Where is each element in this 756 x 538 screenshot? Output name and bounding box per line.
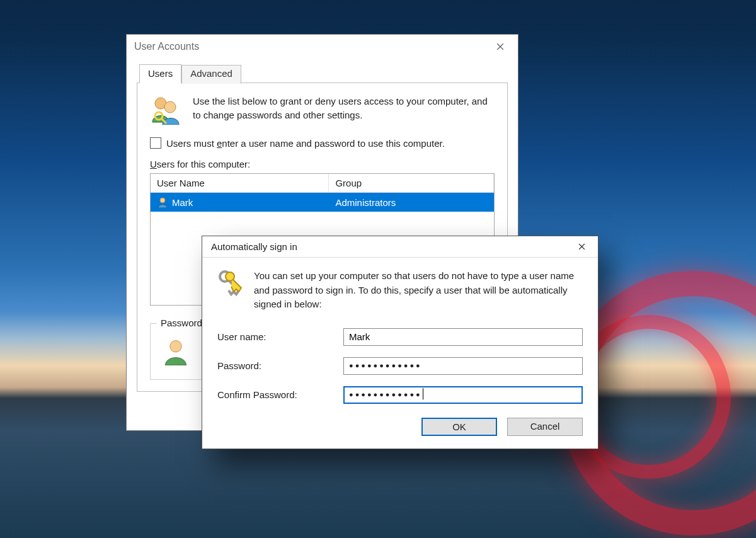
- auto-close-button[interactable]: [569, 238, 594, 256]
- row-group: Administrators: [329, 195, 494, 210]
- username-input[interactable]: [343, 328, 583, 346]
- must-enter-checkbox[interactable]: [150, 137, 161, 149]
- tabstrip: Users Advanced: [139, 64, 508, 83]
- user-large-icon: [162, 338, 190, 365]
- username-label: User name:: [217, 331, 337, 342]
- confirm-label: Confirm Password:: [217, 389, 337, 400]
- users-pair-icon: [150, 94, 180, 125]
- auto-titlebar[interactable]: Automatically sign in: [202, 236, 598, 258]
- table-row[interactable]: Mark Administrators: [151, 193, 494, 212]
- auto-button-row: OK Cancel: [217, 418, 583, 436]
- users-table-header: User Name Group: [151, 174, 494, 193]
- svg-point-5: [170, 341, 181, 352]
- user-icon: [157, 197, 168, 208]
- password-label: Password:: [217, 360, 337, 371]
- col-group[interactable]: Group: [329, 174, 494, 192]
- auto-cancel-button[interactable]: Cancel: [507, 418, 583, 436]
- row-username: Mark: [172, 197, 193, 208]
- users-description: Use the list below to grant or deny user…: [193, 94, 495, 122]
- auto-signin-dialog: Automatically sign in You can set up you…: [202, 236, 598, 449]
- auto-title: Automatically sign in: [211, 241, 297, 252]
- close-icon: [496, 43, 504, 50]
- tab-advanced[interactable]: Advanced: [181, 65, 241, 84]
- svg-point-4: [160, 198, 165, 203]
- close-button[interactable]: [488, 37, 513, 56]
- auto-form: User name: Password: ●●●●●●●●●●●● Confir…: [217, 328, 583, 404]
- window-title: User Accounts: [134, 41, 488, 52]
- close-icon: [578, 243, 585, 250]
- user-accounts-titlebar[interactable]: User Accounts: [127, 35, 518, 59]
- users-list-label: Users for this computer:: [150, 159, 495, 169]
- keys-icon: [217, 269, 243, 299]
- auto-description: You can set up your computer so that use…: [254, 269, 583, 312]
- must-enter-label: Users must enter a user name and passwor…: [166, 138, 445, 149]
- password-input[interactable]: ●●●●●●●●●●●●: [343, 357, 583, 375]
- confirm-password-input[interactable]: ●●●●●●●●●●●●: [343, 386, 583, 404]
- col-username[interactable]: User Name: [151, 174, 329, 192]
- auto-ok-button[interactable]: OK: [421, 418, 497, 436]
- tab-users[interactable]: Users: [139, 64, 181, 83]
- svg-point-1: [164, 101, 176, 113]
